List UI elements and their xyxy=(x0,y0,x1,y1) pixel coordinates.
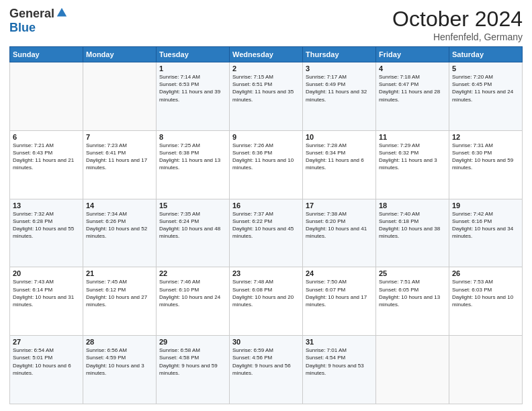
calendar-week-1: 1Sunrise: 7:14 AMSunset: 6:53 PMDaylight… xyxy=(10,62,523,131)
title-block: October 2024 Henfenfeld, Germany xyxy=(392,7,523,42)
day-info: Sunrise: 7:18 AMSunset: 6:47 PMDaylight:… xyxy=(379,73,446,103)
day-number: 23 xyxy=(232,269,300,277)
day-number: 20 xyxy=(13,269,80,277)
calendar-cell: 2Sunrise: 7:15 AMSunset: 6:51 PMDaylight… xyxy=(230,62,303,131)
calendar-cell: 4Sunrise: 7:18 AMSunset: 6:47 PMDaylight… xyxy=(376,62,449,131)
calendar-cell: 18Sunrise: 7:40 AMSunset: 6:18 PMDayligh… xyxy=(376,199,449,267)
day-number: 8 xyxy=(159,133,226,141)
day-number: 25 xyxy=(379,269,446,277)
day-info: Sunrise: 7:21 AMSunset: 6:43 PMDaylight:… xyxy=(13,142,80,172)
calendar-cell: 27Sunrise: 6:54 AMSunset: 5:01 PMDayligh… xyxy=(10,336,83,404)
calendar-cell: 31Sunrise: 7:01 AMSunset: 4:54 PMDayligh… xyxy=(303,336,376,404)
calendar-cell xyxy=(376,336,449,404)
day-number: 28 xyxy=(86,338,153,346)
day-info: Sunrise: 6:54 AMSunset: 5:01 PMDaylight:… xyxy=(13,347,80,377)
day-info: Sunrise: 7:48 AMSunset: 6:08 PMDaylight:… xyxy=(232,278,300,308)
day-number: 16 xyxy=(232,201,300,210)
day-number: 13 xyxy=(13,201,80,210)
day-info: Sunrise: 7:53 AMSunset: 6:03 PMDaylight:… xyxy=(452,278,519,308)
calendar-cell: 29Sunrise: 6:58 AMSunset: 4:58 PMDayligh… xyxy=(157,336,230,404)
day-number: 9 xyxy=(232,133,300,141)
day-number: 4 xyxy=(379,64,446,73)
calendar-cell: 30Sunrise: 6:59 AMSunset: 4:56 PMDayligh… xyxy=(230,336,303,404)
calendar-week-2: 6Sunrise: 7:21 AMSunset: 6:43 PMDaylight… xyxy=(10,130,523,199)
calendar-cell: 22Sunrise: 7:46 AMSunset: 6:10 PMDayligh… xyxy=(157,267,230,336)
calendar-cell: 10Sunrise: 7:28 AMSunset: 6:34 PMDayligh… xyxy=(303,130,376,199)
calendar-cell: 19Sunrise: 7:42 AMSunset: 6:16 PMDayligh… xyxy=(449,199,523,267)
day-number: 19 xyxy=(452,201,519,210)
calendar-cell: 24Sunrise: 7:50 AMSunset: 6:07 PMDayligh… xyxy=(303,267,376,336)
day-info: Sunrise: 6:59 AMSunset: 4:56 PMDaylight:… xyxy=(232,347,300,377)
day-info: Sunrise: 7:34 AMSunset: 6:26 PMDaylight:… xyxy=(86,210,153,240)
calendar-week-4: 20Sunrise: 7:43 AMSunset: 6:14 PMDayligh… xyxy=(10,267,523,336)
calendar-cell: 12Sunrise: 7:31 AMSunset: 6:30 PMDayligh… xyxy=(449,130,523,199)
day-info: Sunrise: 6:58 AMSunset: 4:58 PMDaylight:… xyxy=(159,347,226,377)
calendar-cell: 13Sunrise: 7:32 AMSunset: 6:28 PMDayligh… xyxy=(10,199,83,267)
calendar-cell: 3Sunrise: 7:17 AMSunset: 6:49 PMDaylight… xyxy=(303,62,376,131)
day-info: Sunrise: 7:25 AMSunset: 6:38 PMDaylight:… xyxy=(159,142,226,172)
day-info: Sunrise: 7:40 AMSunset: 6:18 PMDaylight:… xyxy=(379,210,446,240)
calendar-cell: 21Sunrise: 7:45 AMSunset: 6:12 PMDayligh… xyxy=(83,267,157,336)
calendar-cell: 16Sunrise: 7:37 AMSunset: 6:22 PMDayligh… xyxy=(230,199,303,267)
day-info: Sunrise: 7:26 AMSunset: 6:36 PMDaylight:… xyxy=(232,142,300,172)
day-number: 24 xyxy=(306,269,373,277)
calendar-cell: 28Sunrise: 6:56 AMSunset: 4:59 PMDayligh… xyxy=(83,336,157,404)
calendar-cell: 8Sunrise: 7:25 AMSunset: 6:38 PMDaylight… xyxy=(157,130,230,199)
day-info: Sunrise: 7:37 AMSunset: 6:22 PMDaylight:… xyxy=(232,210,300,240)
day-info: Sunrise: 7:46 AMSunset: 6:10 PMDaylight:… xyxy=(159,278,226,308)
logo-general-text: General xyxy=(9,7,54,21)
calendar-cell xyxy=(83,62,157,131)
day-header-friday: Friday xyxy=(376,47,449,62)
day-number: 22 xyxy=(159,269,226,277)
month-title: October 2024 xyxy=(392,7,523,32)
calendar-cell: 25Sunrise: 7:51 AMSunset: 6:05 PMDayligh… xyxy=(376,267,449,336)
calendar-cell xyxy=(449,336,523,404)
day-number: 7 xyxy=(86,133,153,141)
day-number: 11 xyxy=(379,133,446,141)
day-info: Sunrise: 7:43 AMSunset: 6:14 PMDaylight:… xyxy=(13,278,80,308)
calendar-cell xyxy=(10,62,83,131)
day-number: 15 xyxy=(159,201,226,210)
day-header-monday: Monday xyxy=(83,47,157,62)
day-number: 26 xyxy=(452,269,519,277)
day-info: Sunrise: 7:20 AMSunset: 6:45 PMDaylight:… xyxy=(452,73,519,103)
calendar-week-5: 27Sunrise: 6:54 AMSunset: 5:01 PMDayligh… xyxy=(10,336,523,404)
calendar-week-3: 13Sunrise: 7:32 AMSunset: 6:28 PMDayligh… xyxy=(10,199,523,267)
day-info: Sunrise: 7:32 AMSunset: 6:28 PMDaylight:… xyxy=(13,210,80,240)
day-info: Sunrise: 7:51 AMSunset: 6:05 PMDaylight:… xyxy=(379,278,446,308)
calendar-cell: 26Sunrise: 7:53 AMSunset: 6:03 PMDayligh… xyxy=(449,267,523,336)
day-info: Sunrise: 7:42 AMSunset: 6:16 PMDaylight:… xyxy=(452,210,519,240)
day-header-saturday: Saturday xyxy=(449,47,523,62)
day-info: Sunrise: 7:29 AMSunset: 6:32 PMDaylight:… xyxy=(379,142,446,172)
day-number: 2 xyxy=(232,64,300,73)
day-number: 12 xyxy=(452,133,519,141)
day-info: Sunrise: 7:23 AMSunset: 6:41 PMDaylight:… xyxy=(86,142,153,172)
day-number: 1 xyxy=(159,64,226,73)
calendar-cell: 7Sunrise: 7:23 AMSunset: 6:41 PMDaylight… xyxy=(83,130,157,199)
page: General Blue October 2024 Henfenfeld, Ge… xyxy=(0,0,532,411)
day-header-sunday: Sunday xyxy=(10,47,83,62)
calendar-cell: 17Sunrise: 7:38 AMSunset: 6:20 PMDayligh… xyxy=(303,199,376,267)
day-info: Sunrise: 7:38 AMSunset: 6:20 PMDaylight:… xyxy=(306,210,373,240)
day-info: Sunrise: 7:35 AMSunset: 6:24 PMDaylight:… xyxy=(159,210,226,240)
logo: General Blue xyxy=(9,7,68,35)
day-number: 29 xyxy=(159,338,226,346)
header: General Blue October 2024 Henfenfeld, Ge… xyxy=(9,7,523,42)
calendar-cell: 23Sunrise: 7:48 AMSunset: 6:08 PMDayligh… xyxy=(230,267,303,336)
svg-marker-0 xyxy=(57,7,66,16)
day-number: 10 xyxy=(306,133,373,141)
calendar-cell: 11Sunrise: 7:29 AMSunset: 6:32 PMDayligh… xyxy=(376,130,449,199)
logo-icon xyxy=(56,7,68,19)
calendar-header-row: SundayMondayTuesdayWednesdayThursdayFrid… xyxy=(10,47,523,62)
day-number: 3 xyxy=(306,64,373,73)
day-info: Sunrise: 7:01 AMSunset: 4:54 PMDaylight:… xyxy=(306,347,373,377)
day-number: 14 xyxy=(86,201,153,210)
day-header-thursday: Thursday xyxy=(303,47,376,62)
day-info: Sunrise: 7:31 AMSunset: 6:30 PMDaylight:… xyxy=(452,142,519,172)
day-number: 18 xyxy=(379,201,446,210)
day-number: 30 xyxy=(232,338,300,346)
calendar-cell: 14Sunrise: 7:34 AMSunset: 6:26 PMDayligh… xyxy=(83,199,157,267)
day-number: 21 xyxy=(86,269,153,277)
day-header-tuesday: Tuesday xyxy=(157,47,230,62)
day-number: 5 xyxy=(452,64,519,73)
